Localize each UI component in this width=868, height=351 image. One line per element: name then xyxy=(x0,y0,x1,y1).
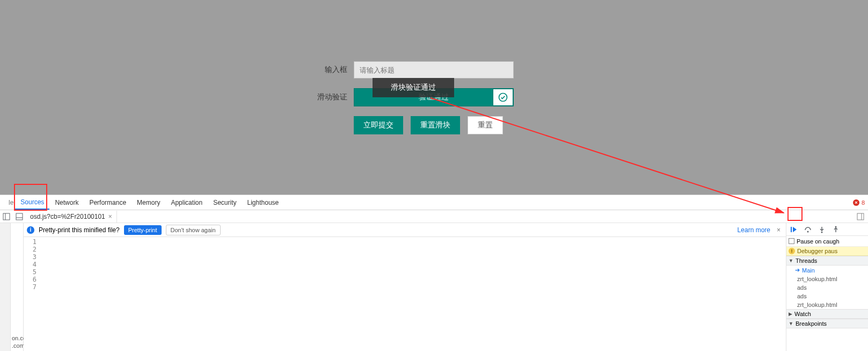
page-toggle-icon[interactable] xyxy=(13,210,26,223)
button-row: 立即提交 重置滑块 重置 xyxy=(354,116,563,134)
thread-main-label: Main xyxy=(802,267,815,274)
pretty-close-icon[interactable]: × xyxy=(775,226,783,234)
tab-sources[interactable]: Sources xyxy=(15,195,49,210)
chevron-down-icon: ▼ xyxy=(789,321,793,326)
line-number: 5 xyxy=(24,268,37,276)
warning-icon: ! xyxy=(789,248,795,254)
app-page: 输入框 滑动验证 验证通过 滑块验证通过 立即提交 重置滑块 重置 xyxy=(0,0,868,195)
file-tab[interactable]: osd.js?cb=%2Fr20100101 × xyxy=(26,211,117,223)
svg-rect-1 xyxy=(3,213,10,220)
devtools-body: on.co .com i Pretty-print this minified … xyxy=(0,223,868,351)
file-tab-bar: osd.js?cb=%2Fr20100101 × xyxy=(0,210,868,223)
checkmark-icon xyxy=(498,92,508,103)
line-number: 4 xyxy=(24,261,37,268)
line-number: 1 xyxy=(24,238,37,246)
expand-pane-icon[interactable] xyxy=(855,211,866,222)
breakpoints-section-header[interactable]: ▼ Breakpoints xyxy=(786,319,868,328)
slider-track[interactable]: 验证通过 滑块验证通过 xyxy=(354,88,514,106)
debugger-pane: Pause on caugh ! Debugger paus ▼ Threads… xyxy=(786,223,868,351)
pretty-print-button[interactable]: Pretty-print xyxy=(124,225,162,235)
pause-on-caught-row[interactable]: Pause on caugh xyxy=(786,236,868,247)
chevron-right-icon: ▶ xyxy=(789,311,792,317)
left-handle[interactable] xyxy=(0,223,11,351)
pretty-print-bar: i Pretty-print this minified file? Prett… xyxy=(24,223,786,237)
debugger-toolbar xyxy=(786,223,868,236)
svg-rect-7 xyxy=(791,227,792,232)
thread-item[interactable]: zrt_lookup.html xyxy=(786,300,868,309)
thread-item[interactable]: zrt_lookup.html xyxy=(786,275,868,283)
tab-performance[interactable]: Performance xyxy=(84,195,132,210)
code-lines: )||Array.isArray(b)||Vb&&b instanceof Ui… xyxy=(40,237,786,351)
close-icon[interactable]: × xyxy=(108,213,112,220)
error-count: 8 xyxy=(862,199,865,206)
left-extra-a: on.co xyxy=(12,335,22,341)
form: 输入框 滑动验证 验证通过 滑块验证通过 立即提交 重置滑块 重置 xyxy=(305,61,563,195)
input-label: 输入框 xyxy=(305,65,354,75)
svg-rect-5 xyxy=(857,213,864,220)
watch-label: Watch xyxy=(794,311,811,317)
slider-check-handle[interactable] xyxy=(493,89,513,106)
error-icon: × xyxy=(853,199,859,206)
code-line xyxy=(40,276,786,283)
code-area: i Pretty-print this minified file? Prett… xyxy=(24,223,786,351)
checkbox-icon[interactable] xyxy=(789,238,794,244)
code-line xyxy=(40,343,786,351)
error-badge[interactable]: × 8 xyxy=(853,199,865,206)
svg-point-10 xyxy=(821,231,823,233)
tab-network[interactable]: Network xyxy=(49,195,84,210)
slider-label: 滑动验证 xyxy=(305,92,354,102)
tab-application[interactable]: Application xyxy=(165,195,208,210)
devtools-tabs: le Sources Network Performance Memory Ap… xyxy=(0,195,868,210)
line-number: 6 xyxy=(24,276,37,283)
chevron-down-icon: ▼ xyxy=(789,258,793,263)
threads-section-header[interactable]: ▼ Threads xyxy=(786,256,868,266)
left-extra: on.co .com xyxy=(11,223,24,351)
step-out-icon[interactable] xyxy=(831,225,840,234)
code-editor[interactable]: 1 2 3 4 5 6 7 )||Array.isArray(b)||Vb&&b… xyxy=(24,237,786,351)
reset-button[interactable]: 重置 xyxy=(468,116,503,134)
line-number: 2 xyxy=(24,246,37,253)
tab-memory[interactable]: Memory xyxy=(132,195,165,210)
code-line xyxy=(40,298,786,306)
info-icon: i xyxy=(27,226,34,234)
thread-item[interactable]: ads xyxy=(786,292,868,300)
title-input[interactable] xyxy=(354,61,514,78)
arrow-right-icon: ➔ xyxy=(795,267,800,274)
code-line xyxy=(40,321,786,328)
svg-point-0 xyxy=(499,94,507,102)
svg-point-12 xyxy=(835,226,837,227)
thread-main[interactable]: ➔ Main xyxy=(786,266,868,275)
left-extra-b: .com xyxy=(12,342,22,349)
resume-icon[interactable] xyxy=(790,225,798,234)
input-row: 输入框 xyxy=(305,61,563,78)
file-tab-name: osd.js?cb=%2Fr20100101 xyxy=(30,213,105,220)
tab-security[interactable]: Security xyxy=(208,195,242,210)
step-into-icon[interactable] xyxy=(818,225,826,234)
devtools-panel: le Sources Network Performance Memory Ap… xyxy=(0,195,868,351)
tab-lighthouse[interactable]: Lighthouse xyxy=(242,195,285,210)
svg-point-8 xyxy=(807,231,809,232)
threads-label: Threads xyxy=(796,257,817,264)
line-number: 3 xyxy=(24,253,37,261)
reset-slider-button[interactable]: 重置滑块 xyxy=(411,116,460,134)
debugger-status-text: Debugger paus xyxy=(797,248,837,254)
dont-show-button[interactable]: Don't show again xyxy=(166,225,221,235)
pretty-prompt: Pretty-print this minified file? xyxy=(39,226,120,234)
line-number: 7 xyxy=(24,283,37,291)
slider-row: 滑动验证 验证通过 滑块验证通过 xyxy=(305,88,563,106)
navigator-toggle-icon[interactable] xyxy=(0,210,13,223)
code-line xyxy=(40,253,786,261)
step-over-icon[interactable] xyxy=(804,225,812,234)
toast-text: 滑块验证通过 xyxy=(391,83,436,92)
submit-button[interactable]: 立即提交 xyxy=(354,116,403,134)
line-gutter: 1 2 3 4 5 6 7 xyxy=(24,237,40,351)
watch-section-header[interactable]: ▶ Watch xyxy=(786,309,868,319)
breakpoints-label: Breakpoints xyxy=(796,320,827,327)
toast: 滑块验证通过 xyxy=(373,78,454,97)
pause-label: Pause on caugh xyxy=(797,238,840,245)
learn-more-link[interactable]: Learn more xyxy=(738,226,770,234)
thread-item[interactable]: ads xyxy=(786,283,868,292)
debugger-status: ! Debugger paus xyxy=(786,247,868,256)
svg-rect-3 xyxy=(16,213,23,220)
tab-cut[interactable]: le xyxy=(3,195,15,210)
